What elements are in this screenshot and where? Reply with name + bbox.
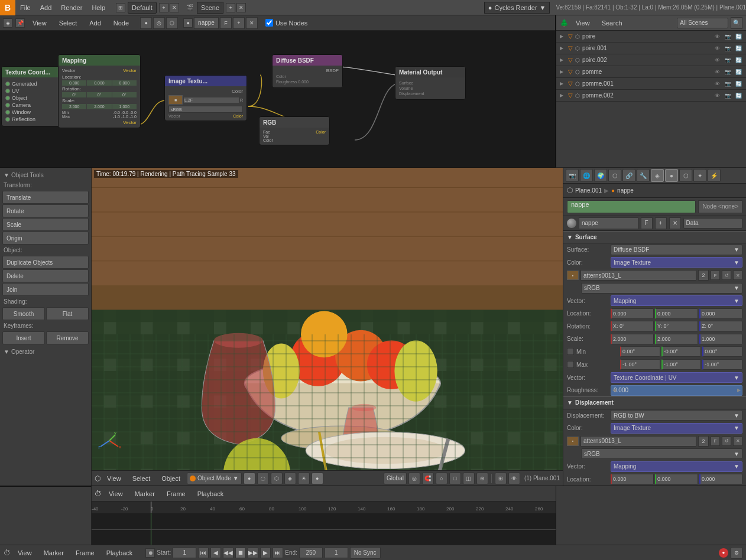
- node-type-btn-mat[interactable]: ●: [140, 17, 152, 29]
- outliner-item-poire[interactable]: ▶ ▽ ⬡ poire 👁 📷 🔄: [556, 31, 746, 43]
- show-only-render-btn[interactable]: 👁: [508, 473, 520, 484]
- eye-icon[interactable]: 👁: [713, 93, 721, 99]
- transform-orient-selector[interactable]: Global: [384, 473, 407, 484]
- render-icon[interactable]: 🔄: [734, 34, 742, 40]
- surface-section-header[interactable]: ▼ Surface: [563, 231, 746, 243]
- viewport-render-btn[interactable]: ◈: [284, 473, 296, 484]
- eye-icon[interactable]: 👁: [713, 45, 721, 51]
- texture-reload-btn[interactable]: ↺: [722, 271, 731, 280]
- disp-vector-dropdown[interactable]: Mapping ▼: [611, 461, 742, 472]
- cam-icon[interactable]: 📷: [724, 93, 732, 99]
- material-f-btn[interactable]: F: [641, 217, 653, 229]
- scale-x-input[interactable]: 2.000: [611, 334, 654, 344]
- disp-texture-filename[interactable]: atterns0013_L: [580, 436, 696, 447]
- outliner-scope-selector[interactable]: All Scenes: [677, 18, 728, 28]
- material-name-field-2[interactable]: nappe: [579, 217, 638, 229]
- stop-btn[interactable]: ⏹: [235, 548, 246, 558]
- outliner-search-menu[interactable]: Search: [597, 17, 627, 29]
- disp-color-dropdown[interactable]: Image Texture ▼: [611, 423, 742, 434]
- view3d-object-menu[interactable]: Object: [157, 473, 185, 484]
- disp-texture-f-btn[interactable]: F: [711, 437, 720, 446]
- timeline-playback-menu[interactable]: Playback: [193, 488, 229, 500]
- flat-button[interactable]: Flat: [46, 307, 89, 320]
- cam-icon[interactable]: 📷: [724, 57, 732, 63]
- node-view-menu[interactable]: View: [28, 17, 51, 29]
- viewport-shading-light[interactable]: ☀: [298, 473, 310, 484]
- outliner-item-pomme001[interactable]: ▶ ▽ ⬡ pomme.001 👁 📷 🔄: [556, 78, 746, 90]
- end-frame-input[interactable]: [299, 548, 323, 558]
- texture-filename[interactable]: atterns0013_L: [580, 270, 696, 281]
- rot-x-input[interactable]: X: 0°: [611, 321, 654, 331]
- node-type-btn-tex[interactable]: ⬡: [166, 17, 178, 29]
- breadcrumb-object[interactable]: Plane.001: [575, 187, 602, 194]
- menu-item-file[interactable]: File: [15, 0, 35, 15]
- bottom-extra-btns[interactable]: ⚙: [731, 547, 742, 559]
- workspace-selector[interactable]: Default: [128, 2, 157, 14]
- breadcrumb-material[interactable]: nappe: [617, 187, 634, 194]
- snap-btn[interactable]: 🧲: [422, 473, 434, 484]
- frame-back-btn[interactable]: ◀: [210, 548, 221, 558]
- timeline-canvas-area[interactable]: ⏱ View Marker Frame Playback -40 -20 0 2…: [92, 486, 556, 545]
- overlay-btn[interactable]: ⊕: [476, 473, 488, 484]
- min-x[interactable]: 0.00°: [620, 346, 660, 357]
- disp-colorspace-dropdown[interactable]: sRGB ▼: [581, 448, 742, 459]
- eye-icon[interactable]: 👁: [713, 34, 721, 40]
- outliner-item-pomme002[interactable]: ▶ ▽ ⬡ pomme.002 👁 📷 🔄: [556, 90, 746, 102]
- sync-selector[interactable]: No Sync: [350, 547, 381, 559]
- xray-btn[interactable]: ◫: [463, 473, 475, 484]
- origin-button[interactable]: Origin: [2, 232, 89, 245]
- rot-y-input[interactable]: Y: 0°: [655, 321, 698, 331]
- disp-texture-reload-btn[interactable]: ↺: [722, 437, 731, 446]
- prop-scene-icon[interactable]: 🌐: [580, 169, 593, 182]
- color-value-dropdown[interactable]: Image Texture ▼: [611, 257, 742, 268]
- displacement-section-header[interactable]: ▼ Displacement: [563, 396, 746, 409]
- bbox-btn[interactable]: □: [449, 473, 461, 484]
- vector-value-dropdown[interactable]: Mapping ▼: [611, 295, 742, 306]
- current-frame-input[interactable]: [325, 548, 348, 558]
- timeline-frame-menu[interactable]: Frame: [162, 488, 190, 500]
- node-rgb[interactable]: RGB FacColor Val Color: [259, 116, 330, 145]
- scene-add-icon[interactable]: +: [226, 3, 235, 12]
- rot-z-input[interactable]: Z: 0°: [699, 321, 742, 331]
- surface-value-dropdown[interactable]: Diffuse BSDF ▼: [611, 245, 742, 255]
- node-mapping[interactable]: Mapping Vector Vector Location: 0.000 0.…: [58, 54, 141, 128]
- render-icon[interactable]: 🔄: [734, 45, 742, 51]
- timeline-marker-menu[interactable]: Marker: [130, 488, 160, 500]
- render-icon[interactable]: 🔄: [734, 57, 742, 63]
- displacement-value-dropdown[interactable]: RGB to BW ▼: [611, 410, 742, 421]
- prop-data-icon[interactable]: ◈: [651, 169, 664, 182]
- bottom-frame-menu[interactable]: Frame: [71, 547, 99, 559]
- disp-loc-y[interactable]: 0.000: [655, 474, 698, 484]
- viewport-shading-render[interactable]: ●: [312, 473, 323, 484]
- pivot-btn[interactable]: ◎: [408, 473, 420, 484]
- menu-item-help[interactable]: Help: [87, 0, 110, 15]
- smooth-button[interactable]: Smooth: [2, 307, 45, 320]
- play-reverse-btn[interactable]: ◀◀: [223, 548, 233, 558]
- viewport-solid-btn[interactable]: ●: [244, 473, 255, 484]
- scale-y-input[interactable]: 2.000: [655, 334, 698, 344]
- render-engine-selector[interactable]: ● Cycles Render ▼: [484, 2, 550, 14]
- view3d-select-menu[interactable]: Select: [128, 473, 155, 484]
- workspace-close-icon[interactable]: ✕: [170, 3, 179, 12]
- remove-keyframe-button[interactable]: Remove: [46, 331, 89, 344]
- view3d-view-menu[interactable]: View: [102, 473, 126, 484]
- bottom-marker-menu[interactable]: Marker: [39, 547, 69, 559]
- node-select-menu[interactable]: Select: [54, 17, 82, 29]
- render-icon[interactable]: 🔄: [734, 69, 742, 75]
- prop-physics-icon[interactable]: ⚡: [708, 169, 721, 182]
- prop-world-icon[interactable]: 🌍: [594, 169, 607, 182]
- scale-button[interactable]: Scale: [2, 218, 89, 231]
- min-z[interactable]: 0.00°: [702, 346, 742, 357]
- cam-icon[interactable]: 📷: [724, 81, 732, 87]
- render-icon[interactable]: 🔄: [734, 81, 742, 87]
- node-image-texture[interactable]: Image Textu... Color ■ L.2F R sRGB Vecto…: [164, 75, 247, 121]
- material-add-btn[interactable]: +: [655, 217, 667, 229]
- frame-prev-btn[interactable]: ⏮: [198, 548, 209, 558]
- bottom-view-menu[interactable]: View: [13, 547, 37, 559]
- prop-modifier-icon[interactable]: 🔧: [637, 169, 650, 182]
- node-f-icon[interactable]: F: [220, 17, 232, 29]
- outliner-item-pomme[interactable]: ▶ ▽ ⬡ pomme 👁 📷 🔄: [556, 66, 746, 78]
- join-button[interactable]: Join: [2, 283, 89, 296]
- prop-render-icon[interactable]: 📷: [566, 169, 579, 182]
- disp-loc-z[interactable]: 0.000: [699, 474, 742, 484]
